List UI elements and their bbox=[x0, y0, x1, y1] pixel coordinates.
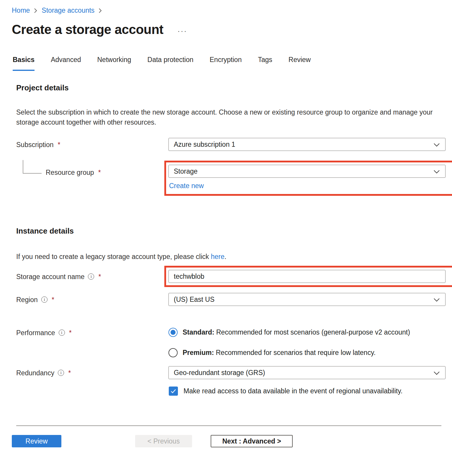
tab-encryption[interactable]: Encryption bbox=[210, 56, 242, 71]
create-new-resource-group-link[interactable]: Create new bbox=[169, 182, 204, 190]
performance-standard-label: Standard: Recommended for most scenarios… bbox=[183, 328, 410, 336]
resource-group-highlight-box: Storage Create new bbox=[164, 161, 452, 196]
breadcrumb-home-link[interactable]: Home bbox=[12, 6, 30, 14]
required-asterisk: * bbox=[51, 296, 54, 304]
info-icon[interactable] bbox=[59, 330, 65, 336]
chevron-down-icon bbox=[433, 296, 440, 304]
required-asterisk: * bbox=[98, 169, 101, 177]
tab-advanced[interactable]: Advanced bbox=[51, 56, 81, 71]
next-advanced-button[interactable]: Next : Advanced > bbox=[211, 435, 293, 447]
create-storage-account-page: Home Storage accounts Create a storage a… bbox=[0, 0, 452, 459]
footer-divider bbox=[16, 425, 441, 426]
chevron-down-icon bbox=[433, 369, 440, 377]
tab-data-protection[interactable]: Data protection bbox=[148, 56, 194, 71]
tab-tags[interactable]: Tags bbox=[258, 56, 272, 71]
storage-account-name-input[interactable] bbox=[174, 273, 440, 281]
performance-label: Performance * bbox=[16, 328, 168, 357]
read-access-checkbox-label: Make read access to data available in th… bbox=[184, 387, 402, 395]
footer-buttons: Review < Previous Next : Advanced > bbox=[12, 435, 441, 447]
breadcrumb-storage-accounts-link[interactable]: Storage accounts bbox=[42, 6, 94, 14]
subscription-dropdown[interactable]: Azure subscription 1 bbox=[168, 138, 446, 151]
legacy-here-link[interactable]: here bbox=[211, 253, 225, 260]
info-icon[interactable] bbox=[41, 296, 48, 303]
resource-group-dropdown-value: Storage bbox=[174, 167, 198, 175]
storage-account-name-highlight-box bbox=[164, 266, 452, 287]
project-details-heading: Project details bbox=[16, 83, 441, 92]
subscription-dropdown-value: Azure subscription 1 bbox=[174, 141, 235, 149]
region-label: Region * bbox=[16, 293, 168, 306]
required-asterisk: * bbox=[57, 141, 60, 149]
tab-networking[interactable]: Networking bbox=[97, 56, 131, 71]
tab-basics[interactable]: Basics bbox=[13, 56, 35, 71]
redundancy-label: Redundancy * bbox=[16, 366, 168, 396]
tab-review[interactable]: Review bbox=[289, 56, 311, 71]
required-asterisk: * bbox=[68, 369, 71, 377]
storage-account-name-label: Storage account name * bbox=[16, 266, 168, 287]
info-icon[interactable] bbox=[58, 370, 64, 376]
storage-account-name-field bbox=[168, 270, 446, 283]
redundancy-dropdown-value: Geo-redundant storage (GRS) bbox=[174, 369, 265, 377]
breadcrumb: Home Storage accounts bbox=[12, 6, 441, 14]
resource-group-dropdown[interactable]: Storage bbox=[168, 165, 446, 178]
checkbox-checked-icon[interactable] bbox=[169, 387, 178, 396]
tree-connector-line bbox=[23, 160, 42, 174]
radio-unselected-icon bbox=[168, 348, 178, 357]
region-dropdown-value: (US) East US bbox=[174, 296, 214, 304]
read-access-checkbox-row[interactable]: Make read access to data available in th… bbox=[169, 387, 446, 396]
performance-premium-radio[interactable]: Premium: Recommended for scenarios that … bbox=[168, 348, 441, 357]
previous-button[interactable]: < Previous bbox=[135, 435, 192, 447]
performance-radio-group: Standard: Recommended for most scenarios… bbox=[168, 328, 441, 357]
instance-details-heading: Instance details bbox=[16, 226, 441, 236]
subscription-label: Subscription* bbox=[16, 138, 168, 151]
page-title: Create a storage account bbox=[12, 22, 163, 37]
wizard-tabs: Basics Advanced Networking Data protecti… bbox=[12, 56, 441, 71]
chevron-down-icon bbox=[433, 167, 440, 175]
region-dropdown[interactable]: (US) East US bbox=[168, 293, 446, 306]
project-details-description: Select the subscription in which to crea… bbox=[16, 107, 441, 127]
radio-selected-icon bbox=[168, 328, 178, 337]
required-asterisk: * bbox=[98, 273, 101, 281]
more-options-button[interactable]: ··· bbox=[178, 24, 187, 35]
required-asterisk: * bbox=[68, 329, 72, 337]
chevron-down-icon bbox=[433, 141, 440, 149]
legacy-account-note: If you need to create a legacy storage a… bbox=[16, 253, 441, 261]
redundancy-dropdown[interactable]: Geo-redundant storage (GRS) bbox=[168, 366, 446, 379]
info-icon[interactable] bbox=[88, 273, 94, 280]
chevron-right-icon bbox=[99, 8, 102, 13]
performance-standard-radio[interactable]: Standard: Recommended for most scenarios… bbox=[168, 328, 441, 337]
performance-premium-label: Premium: Recommended for scenarios that … bbox=[183, 349, 376, 357]
review-button[interactable]: Review bbox=[12, 435, 61, 447]
chevron-right-icon bbox=[34, 8, 37, 13]
